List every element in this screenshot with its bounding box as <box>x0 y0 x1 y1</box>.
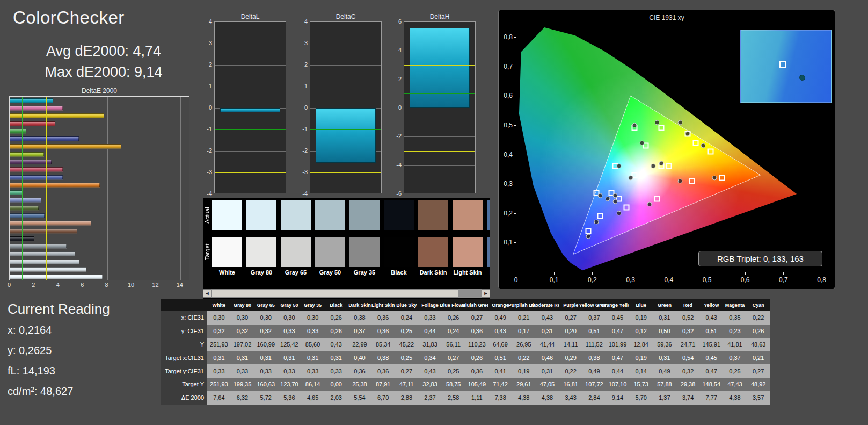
x-tick-label: 12 <box>152 282 158 288</box>
deltae-bar <box>10 213 45 218</box>
table-cell: 107,72 <box>582 378 606 391</box>
measurement-table: WhiteGray 80Gray 65Gray 50Gray 35BlackDa… <box>161 299 770 405</box>
table-cell: 16,81 <box>559 378 582 391</box>
table-row-label: Y <box>161 338 207 351</box>
scroll-left-button[interactable]: ◄ <box>203 289 211 298</box>
table-cell: 148,54 <box>699 378 723 391</box>
table-cell: 87,91 <box>371 378 395 391</box>
table-cell: 0,29 <box>559 351 582 364</box>
reference-line <box>22 97 23 280</box>
table-cell: 0,27 <box>442 351 465 364</box>
swatch-target <box>246 237 276 267</box>
table-cell: 0,36 <box>371 311 395 325</box>
cie-y-tick-label: 0,2 <box>499 210 513 217</box>
table-cell: 251,93 <box>207 378 231 391</box>
cie-measured-point <box>659 161 663 165</box>
table-cell: 0,41 <box>488 364 512 378</box>
warning-line <box>310 44 381 44</box>
table-cell: 4,38 <box>512 391 536 405</box>
gridline <box>404 165 475 166</box>
cie-y-tickmark <box>514 155 516 155</box>
warning-line <box>215 172 286 173</box>
current-reading-title: Current Reading <box>8 301 110 318</box>
table-cell: 5,72 <box>254 391 278 405</box>
table-cell: 197,02 <box>231 338 254 351</box>
table-cell: 0,36 <box>348 364 371 378</box>
gridline <box>310 65 381 66</box>
deltae-bar <box>10 167 63 172</box>
deltae-bar <box>10 260 79 264</box>
swatch-target <box>349 237 380 267</box>
target-line <box>404 123 475 123</box>
x-tick-label: 14 <box>177 282 183 288</box>
table-header: Orange Yellow <box>606 299 630 311</box>
cie-target-point <box>658 125 664 131</box>
delta-plot <box>310 21 382 193</box>
y-tick-label: 3 <box>294 40 308 46</box>
table-cell: 0,27 <box>465 311 489 325</box>
table-row-label: Target Y <box>161 378 207 391</box>
table-cell: 9,14 <box>606 391 630 405</box>
table-cell: 0,33 <box>301 364 325 378</box>
table-cell: 0,25 <box>395 351 419 364</box>
table-cell: 85,60 <box>301 338 325 351</box>
table-cell: 0,33 <box>418 311 442 325</box>
scroll-right-button[interactable]: ► <box>482 289 490 298</box>
deltae-bar <box>10 129 26 134</box>
cie-measured-point <box>628 176 633 181</box>
cie-y-tick-label: 0,1 <box>499 239 513 246</box>
table-cell: 110,23 <box>465 338 489 351</box>
cie-measured-point <box>678 178 683 183</box>
y-tick-label: 2 <box>388 76 402 82</box>
table-cell: 0,43 <box>418 364 442 378</box>
y-tick-label: 3 <box>198 40 212 46</box>
table-cell: 0,43 <box>324 338 348 351</box>
target-line <box>310 87 381 87</box>
cie-y-axis <box>516 37 516 272</box>
swatch-actual <box>418 200 448 230</box>
reference-line <box>46 97 47 280</box>
x-tick-label: 8 <box>105 282 108 288</box>
table-cell: 0,44 <box>418 325 442 338</box>
cie-measured-point <box>701 143 705 148</box>
y-tick-label: -2 <box>294 147 308 154</box>
cie-target-point <box>624 204 630 210</box>
cie-y-tickmark <box>514 213 516 214</box>
table-cell: 0,31 <box>536 325 559 338</box>
x-tick-label: 6 <box>81 282 84 288</box>
swatch-actual <box>453 200 483 230</box>
table-cell: 101,99 <box>606 338 630 351</box>
table-cell: 0,36 <box>371 364 395 378</box>
table-cell: 0,24 <box>395 311 419 325</box>
table-cell: 145,91 <box>699 338 723 351</box>
cie-measured-point <box>613 193 618 198</box>
table-header: White <box>207 299 231 311</box>
target-line <box>215 129 286 130</box>
deltae-bar <box>10 190 23 195</box>
cie-x-tickmark <box>554 272 555 275</box>
cie-inset-zoom <box>740 30 832 103</box>
table-cell: 0,33 <box>231 364 254 378</box>
scroll-thumb[interactable] <box>211 289 458 298</box>
cie-measured-point <box>613 199 618 204</box>
cie-x-tickmark <box>707 272 707 275</box>
table-cell: 25,38 <box>348 378 371 391</box>
table-cell: 107,10 <box>606 378 630 391</box>
cie-y-tick-label: 0,5 <box>499 121 513 129</box>
cie-x-tickmark <box>516 272 516 275</box>
cie-x-tick-label: 0,4 <box>664 276 673 284</box>
cie-y-tick-label: 0,8 <box>499 33 513 41</box>
y-tick-label: -2 <box>198 147 212 154</box>
deltae-x-axis: 02468101214 <box>9 280 189 289</box>
cie-measured-point <box>647 202 652 207</box>
cie-1931-diagram: CIE 1931 xy RGB Triplet: 0, 133, 163 00,… <box>498 10 835 289</box>
swatch-target <box>315 237 345 267</box>
gridline <box>215 151 286 152</box>
table-header: Light Skin <box>371 299 395 311</box>
delta-c-title: DeltaC <box>310 13 382 20</box>
rgb-triplet-badge: RGB Triplet: 0, 133, 163 <box>698 251 822 266</box>
table-cell: 0,31 <box>207 351 231 364</box>
swatch-scrollbar[interactable]: ◄► <box>203 289 490 298</box>
swatch-name: Dark Skin <box>417 269 450 276</box>
target-line <box>404 93 475 94</box>
